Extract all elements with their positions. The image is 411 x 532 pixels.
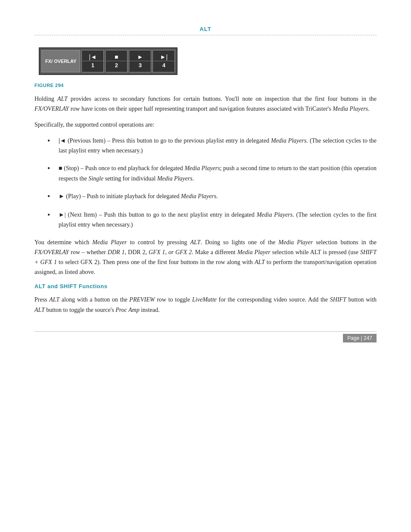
btn-1-number: 1 — [82, 61, 103, 68]
btn-4-number: 4 — [153, 61, 174, 68]
list-item: • |◄ (Previous Item) – Press this button… — [47, 136, 377, 156]
bullet-list: • |◄ (Previous Item) – Press this button… — [34, 136, 377, 230]
body-paragraph-4: Press ALT along with a button on the PRE… — [34, 295, 377, 314]
body-paragraph-2: Specifically, the supported control oper… — [34, 120, 377, 130]
section-divider — [34, 35, 377, 35]
btn-next: ►| 4 — [153, 50, 175, 72]
bullet-content-1: |◄ (Previous Item) – Press this button t… — [59, 136, 377, 156]
header-section: ALT — [34, 26, 377, 43]
bottom-rule — [34, 331, 377, 332]
stop-icon: ■ — [115, 54, 118, 60]
bullet-content-3: ► (Play) – Push to initiate playback for… — [59, 191, 377, 201]
btn-prev: |◄ 1 — [81, 50, 104, 72]
bullet-content-2: ■ (Stop) – Push once to end playback for… — [59, 163, 377, 183]
section-heading-text: ALT and SHIFT Functions — [34, 283, 107, 289]
bullet-content-4: ►| (Next Item) – Push this button to go … — [59, 210, 377, 230]
list-item: • ■ (Stop) – Push once to end playback f… — [47, 163, 377, 183]
page-container: ALT FX/ OVERLAY |◄ 1 ■ 2 ► 3 ►| 4 FIGURE… — [0, 0, 411, 355]
page-number: Page | 247 — [343, 334, 377, 342]
next-icon: ►| — [160, 54, 168, 60]
btn-stop: ■ 2 — [105, 50, 128, 72]
list-item: • ►| (Next Item) – Push this button to g… — [47, 210, 377, 230]
prev-icon: |◄ — [89, 54, 97, 60]
bullet-dot: • — [47, 163, 55, 174]
btn-play: ► 3 — [129, 50, 151, 72]
panel-label-text: FX/ OVERLAY — [45, 59, 76, 64]
btn-2-number: 2 — [106, 61, 127, 68]
btn-3-number: 3 — [129, 61, 151, 68]
panel-label: FX/ OVERLAY — [41, 50, 80, 72]
bullet-dot: • — [47, 210, 55, 221]
figure-caption: FIGURE 294 — [34, 83, 377, 88]
list-item: • ► (Play) – Push to initiate playback f… — [47, 191, 377, 202]
section-heading: ALT and SHIFT Functions — [34, 283, 377, 289]
bullet-dot: • — [47, 136, 55, 146]
fx-overlay-panel: FX/ OVERLAY |◄ 1 ■ 2 ► 3 ►| 4 — [39, 47, 177, 75]
bullet-dot: • — [47, 191, 55, 202]
body-paragraph-1: Holding ALT provides access to secondary… — [34, 94, 377, 114]
alt-label: ALT — [199, 26, 211, 32]
body-paragraph-3: You determine which Media Player to cont… — [34, 237, 377, 277]
play-icon: ► — [137, 54, 143, 60]
